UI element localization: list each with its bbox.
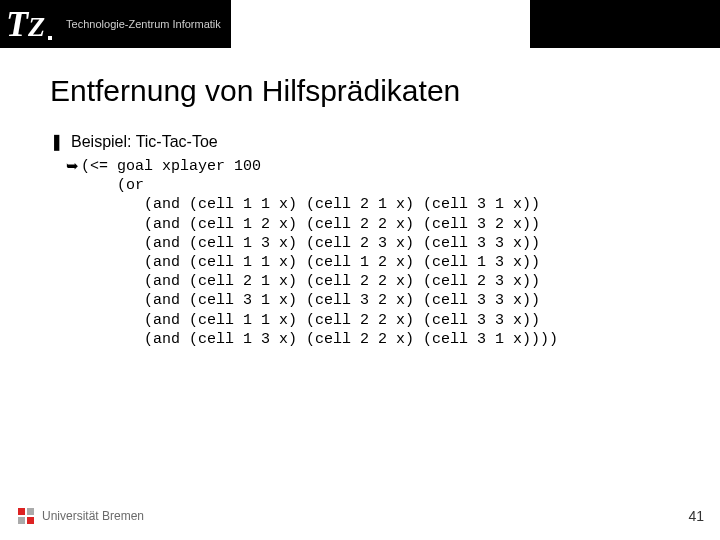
uni-logo: Universität Bremen xyxy=(16,506,144,526)
bullet-example: ❚ Beispiel: Tic-Tac-Toe xyxy=(0,108,720,151)
logo-dot-icon xyxy=(48,36,52,40)
code-block: (<= goal xplayer 100 (or (and (cell 1 1 … xyxy=(81,157,558,349)
uni-logo-icon xyxy=(16,506,36,526)
footer: Universität Bremen 41 xyxy=(0,496,720,540)
logo-letter-t: T xyxy=(6,6,28,42)
code-row: ➥ (<= goal xplayer 100 (or (and (cell 1 … xyxy=(0,151,720,349)
header-bar: TZ Technologie-Zentrum Informatik xyxy=(0,0,720,48)
arrow-icon: ➥ xyxy=(66,157,79,175)
bullet-icon: ❚ xyxy=(50,132,63,151)
page-number: 41 xyxy=(688,508,704,524)
slide-title: Entfernung von Hilfsprädikaten xyxy=(0,48,720,108)
tzi-logo: TZ xyxy=(0,0,62,48)
svg-rect-0 xyxy=(18,508,25,515)
svg-rect-1 xyxy=(27,508,34,515)
svg-rect-2 xyxy=(18,517,25,524)
uni-name: Universität Bremen xyxy=(42,509,144,523)
logo-letter-z: Z xyxy=(28,13,45,41)
svg-rect-3 xyxy=(27,517,34,524)
bullet-text: Beispiel: Tic-Tac-Toe xyxy=(71,133,218,151)
tzi-subtitle: Technologie-Zentrum Informatik xyxy=(62,0,231,48)
tzi-logo-mark: TZ xyxy=(6,6,52,42)
header-spacer xyxy=(530,0,720,48)
